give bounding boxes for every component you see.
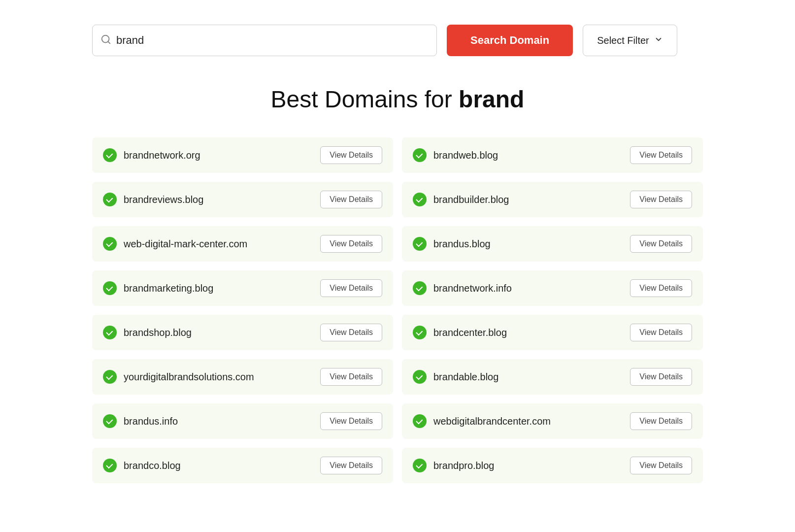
domain-left: brandmarketing.blog	[103, 281, 213, 295]
domain-item: brandreviews.blog View Details	[92, 182, 393, 217]
domain-item: brandnetwork.info View Details	[402, 270, 703, 306]
domain-name: brandnetwork.org	[124, 150, 200, 161]
domain-left: webdigitalbrandcenter.com	[413, 414, 551, 428]
domain-left: brandnetwork.org	[103, 148, 200, 162]
available-icon	[413, 370, 427, 384]
domain-left: web-digital-mark-center.com	[103, 237, 247, 251]
available-icon	[413, 148, 427, 162]
domain-left: brandweb.blog	[413, 148, 498, 162]
domain-item: brandable.blog View Details	[402, 359, 703, 395]
domain-item: brandus.blog View Details	[402, 226, 703, 262]
domain-item: brandpro.blog View Details	[402, 448, 703, 483]
view-details-button[interactable]: View Details	[630, 412, 692, 430]
view-details-button[interactable]: View Details	[320, 412, 382, 430]
chevron-down-icon	[654, 35, 663, 46]
domain-name: webdigitalbrandcenter.com	[433, 416, 551, 427]
search-input[interactable]	[116, 34, 429, 47]
search-domain-button[interactable]: Search Domain	[447, 25, 573, 56]
domain-name: brandweb.blog	[433, 150, 498, 161]
available-icon	[103, 148, 117, 162]
domain-left: brandus.info	[103, 414, 178, 428]
view-details-button[interactable]: View Details	[320, 146, 382, 164]
domain-left: brandreviews.blog	[103, 193, 203, 206]
view-details-button[interactable]: View Details	[630, 368, 692, 386]
domain-left: brandus.blog	[413, 237, 491, 251]
domain-name: brandmarketing.blog	[124, 283, 213, 294]
domain-name: brandpro.blog	[433, 460, 494, 471]
domain-left: brandco.blog	[103, 459, 181, 472]
search-input-wrapper	[92, 25, 437, 56]
available-icon	[413, 326, 427, 339]
available-icon	[103, 281, 117, 295]
domain-name: yourdigitalbrandsolutions.com	[124, 371, 254, 383]
domain-left: brandnetwork.info	[413, 281, 512, 295]
available-icon	[103, 237, 117, 251]
domain-name: brandcenter.blog	[433, 327, 507, 338]
available-icon	[103, 414, 117, 428]
available-icon	[413, 281, 427, 295]
domain-name: web-digital-mark-center.com	[124, 238, 247, 250]
domain-left: brandbuilder.blog	[413, 193, 509, 206]
domain-name: brandco.blog	[124, 460, 181, 471]
domain-name: brandbuilder.blog	[433, 194, 509, 205]
domain-name: brandus.blog	[433, 238, 491, 250]
svg-line-1	[108, 41, 110, 43]
domain-item: brandus.info View Details	[92, 403, 393, 439]
available-icon	[103, 326, 117, 339]
domain-item: brandbuilder.blog View Details	[402, 182, 703, 217]
view-details-button[interactable]: View Details	[320, 368, 382, 386]
view-details-button[interactable]: View Details	[320, 324, 382, 341]
domain-name: brandnetwork.info	[433, 283, 512, 294]
domain-name: brandreviews.blog	[124, 194, 203, 205]
domain-left: brandpro.blog	[413, 459, 494, 472]
view-details-button[interactable]: View Details	[630, 279, 692, 297]
domains-grid: brandnetwork.org View Details brandweb.b…	[92, 137, 703, 483]
available-icon	[413, 414, 427, 428]
view-details-button[interactable]: View Details	[320, 457, 382, 474]
page-title: Best Domains for brand	[92, 86, 703, 113]
view-details-button[interactable]: View Details	[320, 235, 382, 253]
domain-item: brandco.blog View Details	[92, 448, 393, 483]
available-icon	[103, 370, 117, 384]
view-details-button[interactable]: View Details	[630, 146, 692, 164]
domain-item: brandweb.blog View Details	[402, 137, 703, 173]
domain-item: yourdigitalbrandsolutions.com View Detai…	[92, 359, 393, 395]
domain-name: brandus.info	[124, 416, 178, 427]
available-icon	[103, 459, 117, 472]
available-icon	[413, 193, 427, 206]
domain-item: webdigitalbrandcenter.com View Details	[402, 403, 703, 439]
view-details-button[interactable]: View Details	[630, 235, 692, 253]
domain-item: web-digital-mark-center.com View Details	[92, 226, 393, 262]
filter-select-button[interactable]: Select Filter	[583, 25, 677, 56]
domain-left: brandshop.blog	[103, 326, 192, 339]
view-details-button[interactable]: View Details	[320, 191, 382, 208]
view-details-button[interactable]: View Details	[630, 324, 692, 341]
available-icon	[413, 459, 427, 472]
available-icon	[103, 193, 117, 206]
domain-item: brandmarketing.blog View Details	[92, 270, 393, 306]
domain-left: brandable.blog	[413, 370, 498, 384]
domain-item: brandcenter.blog View Details	[402, 315, 703, 350]
domain-item: brandnetwork.org View Details	[92, 137, 393, 173]
domain-name: brandshop.blog	[124, 327, 192, 338]
view-details-button[interactable]: View Details	[630, 191, 692, 208]
domain-name: brandable.blog	[433, 371, 498, 383]
view-details-button[interactable]: View Details	[320, 279, 382, 297]
view-details-button[interactable]: View Details	[630, 457, 692, 474]
filter-label: Select Filter	[597, 35, 649, 46]
search-icon	[100, 34, 111, 47]
domain-item: brandshop.blog View Details	[92, 315, 393, 350]
domain-left: yourdigitalbrandsolutions.com	[103, 370, 254, 384]
search-bar: Search Domain Select Filter	[92, 25, 703, 56]
available-icon	[413, 237, 427, 251]
domain-left: brandcenter.blog	[413, 326, 507, 339]
